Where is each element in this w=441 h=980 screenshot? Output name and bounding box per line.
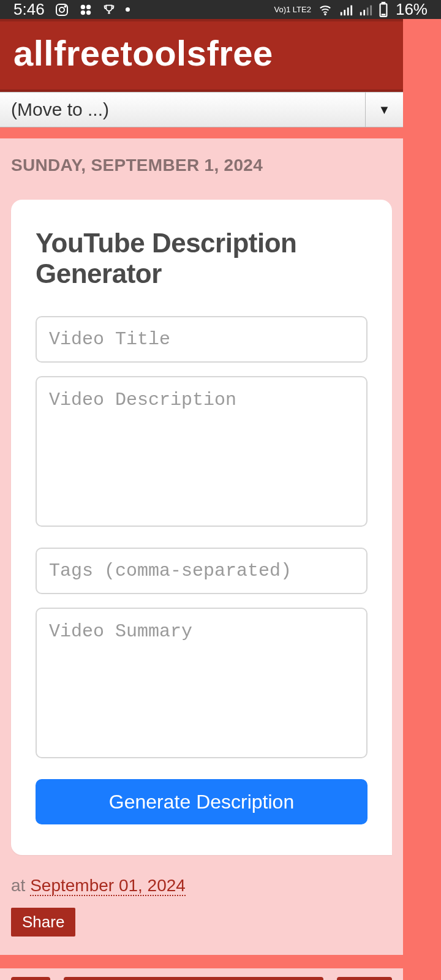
wifi-icon [317,3,333,17]
meta-prefix: at [11,876,30,895]
main-column: allfreetoolsfree (Move to ...) ▼ SUNDAY,… [0,19,403,980]
dot-icon [126,7,130,12]
footer-button[interactable] [337,977,392,980]
svg-rect-13 [363,10,365,15]
right-gutter [403,19,441,980]
svg-point-3 [80,4,85,9]
video-summary-input[interactable] [36,608,368,758]
site-title[interactable]: allfreetoolsfree [13,32,390,74]
content-area: SUNDAY, SEPTEMBER 1, 2024 YouTube Descri… [0,138,403,955]
post-timestamp-link[interactable]: September 01, 2024 [30,876,186,896]
svg-rect-12 [360,12,362,15]
svg-point-7 [325,13,326,15]
svg-rect-11 [350,5,352,15]
video-description-input[interactable] [36,376,368,527]
battery-percentage: 16% [396,0,428,19]
signal-icon [339,3,353,17]
video-title-input[interactable] [36,316,368,363]
card-title: YouTube Description Generator [36,228,368,289]
svg-rect-14 [367,7,369,15]
svg-point-6 [86,10,91,14]
status-left: 5:46 [13,0,130,19]
site-header: allfreetoolsfree [0,19,403,92]
instagram-icon [55,2,69,17]
svg-rect-10 [347,7,349,15]
chevron-down-icon[interactable]: ▼ [365,92,403,127]
generate-button[interactable]: Generate Description [36,779,368,824]
nav-dropdown[interactable]: (Move to ...) ▼ [0,92,403,127]
svg-rect-9 [344,10,345,15]
generator-card: YouTube Description Generator Generate D… [11,200,392,855]
footer-button[interactable] [11,977,50,980]
footer-buttons-row [0,968,403,980]
spacer [0,127,403,138]
apps-icon [79,3,92,17]
svg-point-4 [86,4,91,9]
nav-dropdown-label: (Move to ...) [0,99,365,120]
svg-rect-8 [341,12,342,15]
tags-input[interactable] [36,548,368,594]
battery-icon [379,2,388,18]
post-meta: at September 01, 2024 [11,876,392,895]
signal2-icon [359,3,372,17]
svg-point-1 [59,7,64,12]
svg-rect-17 [382,2,385,4]
status-right: Vo)1 LTE2 16% [274,0,428,19]
share-button[interactable]: Share [11,908,75,937]
clock: 5:46 [13,0,45,19]
svg-rect-15 [370,5,372,15]
svg-point-2 [64,6,66,7]
network-label: Vo)1 LTE2 [274,6,311,13]
divider [0,955,403,968]
page: allfreetoolsfree (Move to ...) ▼ SUNDAY,… [0,19,441,980]
svg-rect-18 [382,13,386,15]
post-date-heading: SUNDAY, SEPTEMBER 1, 2024 [11,156,392,175]
footer-button[interactable] [64,977,323,980]
svg-point-5 [80,10,85,14]
status-bar: 5:46 Vo)1 LTE2 16% [0,0,441,19]
trophy-icon [102,3,116,17]
